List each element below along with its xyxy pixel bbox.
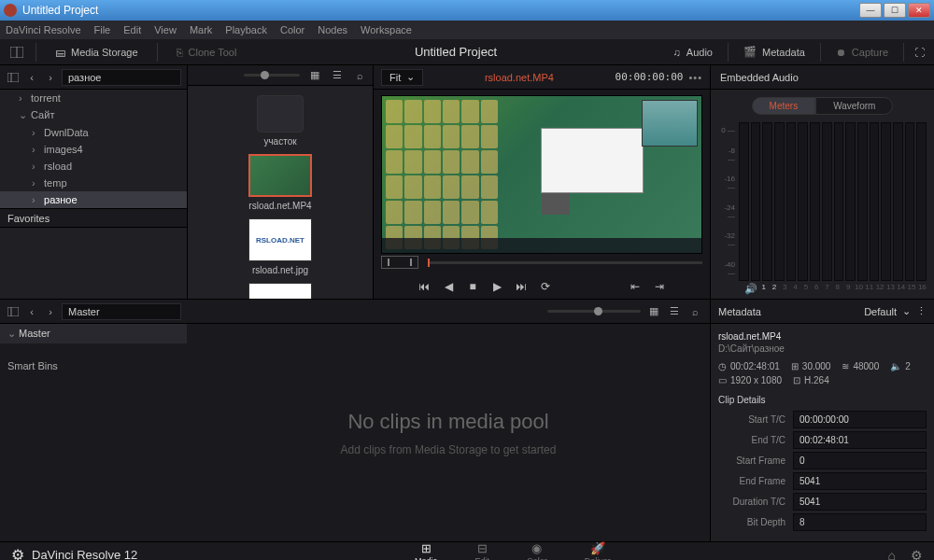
play-reverse-button[interactable]: ◀: [441, 280, 456, 293]
list-view-icon[interactable]: ☰: [330, 68, 345, 83]
menu-playback[interactable]: Playback: [225, 24, 267, 35]
tree-item[interactable]: › DwnlData: [0, 124, 187, 141]
menu-edit[interactable]: Edit: [123, 24, 141, 35]
folder-thumb[interactable]: участок: [257, 95, 304, 147]
gear-icon[interactable]: ⚙: [911, 548, 923, 561]
chevron-down-icon[interactable]: ⌄: [902, 305, 911, 317]
speaker-icon[interactable]: 🔊: [737, 283, 757, 295]
loop-button[interactable]: ⟳: [538, 280, 553, 293]
mark-in-button[interactable]: ⇤: [628, 280, 643, 293]
smart-bins-header: Smart Bins: [0, 355, 187, 377]
clone-tool-button[interactable]: ⎘ Clone Tool: [169, 43, 245, 62]
metadata-header: Metadata: [718, 306, 761, 317]
pool-nav-fwd[interactable]: ›: [43, 304, 58, 319]
page-deliver[interactable]: 🚀Deliver: [585, 541, 611, 561]
grid-view-icon[interactable]: ▦: [307, 68, 322, 83]
tree-item[interactable]: › images4: [0, 141, 187, 158]
viewer-options-icon[interactable]: •••: [688, 72, 702, 83]
app-icon: [4, 4, 17, 17]
media-storage-button[interactable]: 🖴 Media Storage: [48, 43, 146, 62]
tree-item[interactable]: › torrent: [0, 90, 187, 106]
pool-search-icon[interactable]: ⌕: [687, 304, 702, 319]
zoom-select[interactable]: Fit⌄: [381, 69, 423, 86]
thumb-size-slider[interactable]: [244, 74, 300, 77]
image-thumb-2[interactable]: RSLOAD.NET: [248, 283, 312, 299]
favorites-body: [0, 228, 187, 299]
pool-list-icon[interactable]: ☰: [667, 304, 682, 319]
tree-item[interactable]: › temp: [0, 175, 187, 191]
menu-davinci[interactable]: DaVinci Resolve: [6, 24, 81, 35]
clip-thumb-selected[interactable]: rsload.net.MP4: [248, 154, 312, 211]
mark-out-button[interactable]: ⇥: [652, 280, 667, 293]
panel-toggle-icon[interactable]: [9, 45, 24, 60]
home-icon[interactable]: ⌂: [888, 548, 896, 561]
close-button[interactable]: ✕: [908, 3, 930, 18]
wave-icon: ≋: [842, 361, 849, 371]
film-icon: ⊞: [791, 361, 799, 371]
audio-header: Embedded Audio: [711, 65, 934, 90]
media-page-icon: ⊞: [421, 541, 432, 555]
pool-layout-icon[interactable]: [6, 304, 21, 319]
meter-bar: [822, 122, 832, 281]
brand-label: DaVinci Resolve 12: [32, 548, 137, 560]
metadata-preset[interactable]: Default: [864, 306, 897, 317]
last-frame-button[interactable]: ⏭: [514, 280, 529, 293]
maximize-button[interactable]: ☐: [884, 3, 906, 18]
clone-icon: ⎘: [177, 47, 183, 58]
waveform-tab[interactable]: Waveform: [815, 97, 893, 115]
detail-row: Start Frame0: [718, 452, 927, 469]
path-field[interactable]: разное: [62, 69, 181, 86]
first-frame-button[interactable]: ⏮: [417, 280, 432, 293]
audio-panel-button[interactable]: ♫Audio: [666, 43, 720, 62]
window-titlebar: Untitled Project — ☐ ✕: [0, 0, 934, 21]
fullscreen-icon[interactable]: ⛶: [912, 45, 927, 60]
meter-bar: [798, 122, 808, 281]
loop-range-icon[interactable]: [381, 256, 418, 269]
play-button[interactable]: ▶: [489, 280, 504, 293]
pool-thumb-slider[interactable]: [547, 310, 641, 313]
metadata-options-icon[interactable]: ⋮: [916, 305, 927, 317]
meters-tab[interactable]: Meters: [752, 97, 816, 115]
metadata-panel-button[interactable]: 🎬Metadata: [736, 42, 813, 62]
image-thumb[interactable]: RSLOAD.NET rsload.net.jpg: [248, 218, 312, 275]
pool-nav-back[interactable]: ‹: [24, 304, 39, 319]
meta-filename: rsload.net.MP4: [718, 331, 927, 342]
tree-item[interactable]: › разное: [0, 191, 187, 208]
menu-workspace[interactable]: Workspace: [361, 24, 412, 35]
speaker-icon: 🔈: [890, 361, 901, 371]
tree-item[interactable]: ⌄ Сайт: [0, 106, 187, 124]
search-icon[interactable]: ⌕: [352, 68, 367, 83]
clock-icon: ◷: [718, 361, 727, 371]
meter-bar: [786, 122, 797, 281]
meter-bar: [845, 122, 856, 281]
codec-icon: ⊡: [793, 375, 800, 385]
nav-fwd-icon[interactable]: ›: [43, 70, 58, 85]
color-page-icon: ◉: [531, 541, 542, 555]
tree-item[interactable]: › rsload: [0, 158, 187, 175]
source-viewer[interactable]: [381, 95, 702, 254]
page-color[interactable]: ◉Color: [527, 541, 547, 561]
pool-grid-icon[interactable]: ▦: [646, 304, 661, 319]
page-edit[interactable]: ⊟Edit: [475, 541, 490, 561]
menu-color[interactable]: Color: [280, 24, 304, 35]
meter-bar: [857, 122, 868, 281]
menu-view[interactable]: View: [154, 24, 177, 35]
menu-file[interactable]: File: [94, 24, 111, 35]
stop-button[interactable]: ■: [465, 280, 480, 293]
master-bin[interactable]: ⌄ Master: [0, 324, 187, 343]
meter-bar: [762, 122, 772, 281]
menu-mark[interactable]: Mark: [190, 24, 212, 35]
detail-row: Bit Depth8: [718, 513, 927, 531]
nav-back-icon[interactable]: ‹: [24, 70, 39, 85]
minimize-button[interactable]: —: [859, 3, 882, 18]
page-media[interactable]: ⊞Media: [415, 541, 438, 561]
menu-nodes[interactable]: Nodes: [318, 24, 347, 35]
meter-bar: [893, 122, 903, 281]
svg-rect-4: [7, 307, 19, 316]
capture-button[interactable]: ⏺Capture: [828, 43, 896, 62]
viewer-clipname: rsload.net.MP4: [429, 72, 609, 83]
pool-path[interactable]: Master: [62, 303, 181, 320]
media-pool-empty: No clips in media pool Add clips from Me…: [187, 324, 710, 541]
scrubber[interactable]: [381, 254, 702, 271]
layout-icon[interactable]: [6, 70, 21, 85]
